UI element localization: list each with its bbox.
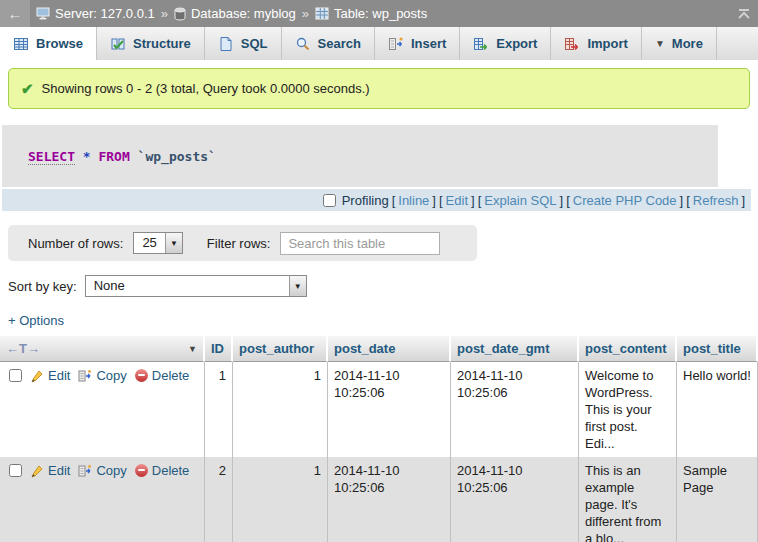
column-header-post-date-gmt[interactable]: post_date_gmt	[451, 336, 579, 362]
results-table: ←T→ ▼ ID post_author post_date post_date…	[0, 336, 758, 542]
bracket: [	[439, 193, 443, 208]
cell-post-title[interactable]: Sample Page	[677, 457, 758, 542]
sort-row: Sort by key: None ▼	[8, 273, 758, 299]
filter-rows-label: Filter rows:	[207, 236, 271, 251]
structure-icon	[110, 36, 126, 52]
explain-sql-link[interactable]: Explain SQL	[484, 193, 556, 208]
edit-label: Edit	[48, 367, 70, 384]
cell-post-author[interactable]: 1	[233, 457, 328, 542]
breadcrumb-separator: »	[302, 6, 309, 21]
edit-query-link[interactable]: Edit	[446, 193, 468, 208]
tab-export-label: Export	[496, 36, 537, 51]
select-arrow-icon: ▼	[165, 233, 182, 253]
tab-more[interactable]: ▼ More	[642, 27, 717, 60]
back-arrow-button[interactable]: ←	[0, 0, 30, 27]
tab-insert[interactable]: Insert	[375, 27, 460, 60]
column-header-post-date[interactable]: post_date	[328, 336, 451, 362]
tab-insert-label: Insert	[411, 36, 446, 51]
profiling-label: Profiling	[342, 193, 389, 208]
row-checkbox[interactable]	[9, 369, 22, 382]
tab-structure-label: Structure	[133, 36, 191, 51]
column-move-icon[interactable]: ←T→	[6, 341, 40, 356]
column-header-post-content[interactable]: post_content	[579, 336, 677, 362]
options-dropdown-icon[interactable]: ▼	[188, 344, 197, 354]
row-checkbox[interactable]	[9, 464, 22, 477]
tab-browse[interactable]: Browse	[0, 27, 97, 60]
bracket: [	[478, 193, 482, 208]
breadcrumb-table[interactable]: Table: wp_posts	[315, 6, 427, 21]
breadcrumb-database[interactable]: Database: myblog	[174, 6, 296, 21]
tab-browse-label: Browse	[36, 36, 83, 51]
select-arrow-icon: ▼	[289, 276, 306, 296]
database-icon	[174, 7, 186, 21]
sql-keyword-select[interactable]: SELECT	[28, 149, 75, 165]
sql-star: *	[83, 149, 91, 164]
cell-id[interactable]: 2	[205, 457, 233, 542]
pencil-icon	[30, 369, 44, 383]
export-icon	[473, 36, 489, 52]
cell-id[interactable]: 1	[205, 362, 233, 457]
number-of-rows-value: 25	[134, 233, 164, 253]
delete-row-link[interactable]: Delete	[135, 462, 190, 479]
cell-post-date[interactable]: 2014-11-10 10:25:06	[328, 362, 451, 457]
search-icon	[295, 36, 311, 52]
profiling-checkbox[interactable]	[323, 194, 336, 207]
tab-export[interactable]: Export	[460, 27, 551, 60]
delete-label: Delete	[152, 462, 190, 479]
bracket: ]	[741, 193, 745, 208]
tab-sql[interactable]: SQL	[205, 27, 282, 60]
tab-search[interactable]: Search	[282, 27, 375, 60]
table-row: Edit Copy Delete 2 1 2014-11-10 10:25:06…	[0, 457, 758, 542]
sort-by-key-select[interactable]: None ▼	[85, 275, 307, 297]
cell-post-date-gmt[interactable]: 2014-11-10 10:25:06	[451, 457, 579, 542]
delete-row-link[interactable]: Delete	[135, 367, 190, 384]
cell-post-content[interactable]: Welcome to WordPress. This is your first…	[579, 362, 677, 457]
create-php-code-link[interactable]: Create PHP Code	[573, 193, 677, 208]
breadcrumb: Server: 127.0.0.1 » Database: myblog » T…	[30, 6, 730, 21]
breadcrumb-database-label: Database: myblog	[191, 6, 296, 21]
tab-structure[interactable]: Structure	[97, 27, 205, 60]
tab-import[interactable]: Import	[551, 27, 641, 60]
breadcrumb-server[interactable]: Server: 127.0.0.1	[36, 6, 155, 21]
cell-post-date-gmt[interactable]: 2014-11-10 10:25:06	[451, 362, 579, 457]
column-actions-header[interactable]: ←T→ ▼	[0, 336, 205, 362]
bracket: [	[686, 193, 690, 208]
edit-row-link[interactable]: Edit	[30, 367, 70, 384]
tab-more-label: More	[672, 36, 703, 51]
column-header-post-author[interactable]: post_author	[233, 336, 328, 362]
sort-by-key-value: None	[86, 276, 133, 296]
copy-icon	[78, 369, 92, 383]
cell-post-title[interactable]: Hello world!	[677, 362, 758, 457]
copy-icon	[78, 464, 92, 478]
cell-post-content[interactable]: This is an example page. It's different …	[579, 457, 677, 542]
bracket: ]	[560, 193, 564, 208]
sql-query-box: SELECT * FROM `wp_posts`	[2, 125, 718, 187]
chevron-down-icon: ▼	[655, 38, 665, 49]
bracket: [	[392, 193, 396, 208]
cell-post-date[interactable]: 2014-11-10 10:25:06	[328, 457, 451, 542]
table-row: Edit Copy Delete 1 1 2014-11-10 10:25:06…	[0, 362, 758, 457]
column-header-post-title[interactable]: post_title	[677, 336, 758, 362]
sql-keyword-from: FROM	[98, 149, 129, 164]
breadcrumb-separator: »	[161, 6, 168, 21]
breadcrumb-bar: ← Server: 127.0.0.1 » Database: myblog »…	[0, 0, 758, 27]
success-message: ✔ Showing rows 0 - 2 (3 total, Query too…	[8, 68, 750, 109]
inline-link[interactable]: Inline	[398, 193, 429, 208]
cell-post-author[interactable]: 1	[233, 362, 328, 457]
tab-import-label: Import	[587, 36, 627, 51]
refresh-link[interactable]: Refresh	[693, 193, 739, 208]
bracket: ]	[432, 193, 436, 208]
sql-icon	[218, 36, 234, 52]
options-toggle-link[interactable]: + Options	[8, 313, 64, 328]
tab-bar: Browse Structure SQL Search Insert Expor…	[0, 27, 758, 60]
delete-icon	[135, 464, 148, 477]
bracket: [	[566, 193, 570, 208]
breadcrumb-server-label: Server: 127.0.0.1	[55, 6, 155, 21]
collapse-top-icon[interactable]	[730, 7, 758, 21]
edit-row-link[interactable]: Edit	[30, 462, 70, 479]
number-of-rows-select[interactable]: 25 ▼	[133, 232, 182, 254]
copy-row-link[interactable]: Copy	[78, 462, 126, 479]
column-header-id[interactable]: ID	[205, 336, 233, 362]
copy-row-link[interactable]: Copy	[78, 367, 126, 384]
filter-rows-input[interactable]	[280, 232, 440, 255]
